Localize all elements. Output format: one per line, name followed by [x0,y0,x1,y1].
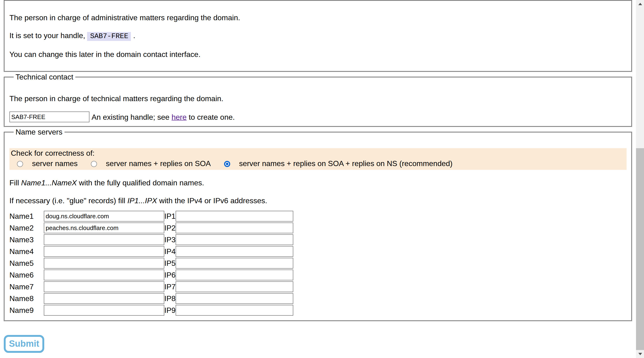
technical-hint-before: An existing handle; see [92,113,170,121]
create-handle-link[interactable]: here [172,113,187,121]
admin-contact-fieldset: The person in charge of administrative m… [4,0,632,72]
ip-label: IP2 [164,223,176,234]
radio-option-server-names-soa-ns[interactable]: server names + replies on SOA + replies … [224,160,452,168]
nameserver-row: Name8 IP8 [10,293,293,304]
radio-option-label: server names + replies on SOA [106,160,211,168]
name-label: Name5 [10,258,44,269]
admin-description: The person in charge of administrative m… [10,13,626,22]
radio-option-server-names-soa[interactable]: server names + replies on SOA [91,160,211,168]
ip-label: IP1 [164,211,176,222]
check-correctness-options: server names server names + replies on S… [11,159,625,169]
name-label: Name8 [10,293,44,304]
fill-names-placeholder: Name1...NameX [21,179,77,187]
ip4-input[interactable] [176,246,293,257]
scroll-up-icon [638,3,642,5]
admin-note: You can change this later in the domain … [10,49,626,59]
ip-label: IP3 [164,235,176,245]
name-label: Name1 [10,211,44,222]
nameserver-row: Name9 IP9 [10,305,293,316]
technical-hint-after: to create one. [189,113,235,121]
name-label: Name9 [10,305,44,316]
fill-names-pre: Fill [10,179,19,187]
name3-input[interactable] [44,235,164,245]
name-label: Name6 [10,270,44,281]
page: The person in charge of administrative m… [0,0,644,358]
admin-handle-chip: SAB7-FREE [87,32,131,41]
nameserver-row: Name7 IP7 [10,282,293,292]
name-label: Name7 [10,282,44,292]
vertical-scrollbar[interactable] [636,0,644,358]
name6-input[interactable] [44,270,164,281]
technical-contact-legend: Technical contact [14,72,75,82]
name7-input[interactable] [44,282,164,292]
name8-input[interactable] [44,293,164,304]
radio-option-server-names[interactable]: server names [17,160,78,168]
name9-input[interactable] [44,305,164,316]
scrollbar-thumb[interactable] [636,148,644,350]
technical-hint: An existing handle; see here to create o… [92,113,235,121]
ip1-input[interactable] [176,211,293,222]
nameserver-row: Name6 IP6 [10,270,293,281]
ip-label: IP9 [164,305,176,316]
ip7-input[interactable] [176,282,293,292]
name5-input[interactable] [44,258,164,269]
ip-label: IP8 [164,293,176,304]
ip-label: IP7 [164,282,176,292]
admin-handle-prefix: It is set to your handle, [10,31,85,39]
scroll-up-button[interactable] [636,0,644,8]
name2-input[interactable] [44,223,164,234]
nameserver-row: Name5 IP5 [10,258,293,269]
radio-button[interactable] [17,161,23,167]
nameserver-row: Name4 IP4 [10,246,293,257]
fill-names-post: with the fully qualified domain names. [79,179,204,187]
name-servers-table: Name1 IP1 Name2 IP2 Name3 IP3 [10,210,293,317]
ip5-input[interactable] [176,258,293,269]
technical-handle-input[interactable] [10,112,90,123]
form-content: The person in charge of administrative m… [4,0,632,353]
ip-label: IP4 [164,246,176,257]
radio-button[interactable] [224,161,230,167]
name-servers-fieldset: Name servers Check for correctness of: s… [4,127,632,322]
fill-ips-post: with the IPv4 or IPv6 addresses. [159,197,267,205]
admin-handle-line: It is set to your handle, SAB7-FREE . [10,30,626,41]
name-label: Name2 [10,223,44,234]
ip8-input[interactable] [176,293,293,304]
technical-description: The person in charge of technical matter… [10,94,626,103]
fill-ips-pre: If necessary (i.e. "glue" records) fill [10,197,125,205]
radio-option-label: server names [32,160,78,168]
ip6-input[interactable] [176,270,293,281]
fill-ips-placeholder: IP1...IPX [127,197,157,205]
radio-option-label: server names + replies on SOA + replies … [239,160,452,168]
submit-button[interactable]: Submit [4,335,44,353]
nameserver-row: Name3 IP3 [10,235,293,245]
scroll-down-button[interactable] [636,350,644,358]
admin-handle-suffix: . [133,31,135,39]
name-servers-legend: Name servers [14,127,64,137]
fill-names-instruction: Fill Name1...NameX with the fully qualif… [10,178,626,188]
ip3-input[interactable] [176,235,293,245]
check-correctness-title: Check for correctness of: [11,149,625,158]
fill-ips-instruction: If necessary (i.e. "glue" records) fill … [10,196,626,206]
name4-input[interactable] [44,246,164,257]
technical-handle-row: An existing handle; see here to create o… [10,111,626,123]
check-correctness-panel: Check for correctness of: server names s… [10,148,626,170]
nameserver-row: Name1 IP1 [10,211,293,222]
name-label: Name4 [10,246,44,257]
radio-button[interactable] [91,161,97,167]
name-label: Name3 [10,235,44,245]
ip-label: IP6 [164,270,176,281]
nameserver-row: Name2 IP2 [10,223,293,234]
name1-input[interactable] [44,211,164,222]
ip2-input[interactable] [176,223,293,234]
technical-contact-fieldset: Technical contact The person in charge o… [4,72,632,127]
ip9-input[interactable] [176,305,293,316]
scroll-down-icon [638,353,642,355]
ip-label: IP5 [164,258,176,269]
